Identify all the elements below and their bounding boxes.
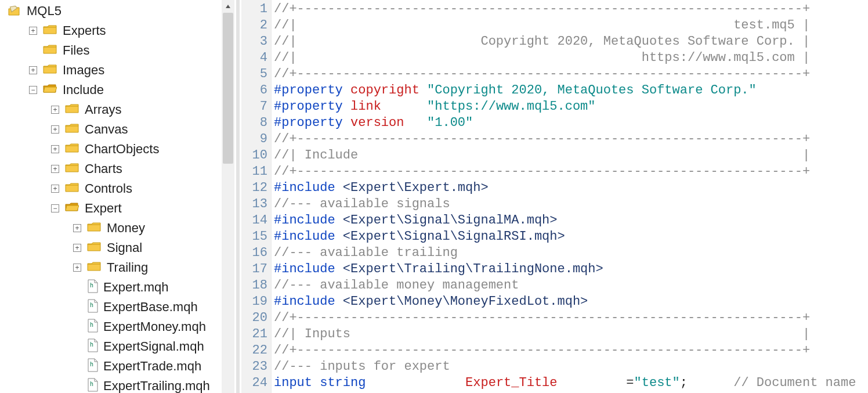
code-line[interactable]: //--- available trailing xyxy=(274,245,863,261)
file-icon: h xyxy=(87,279,103,296)
code-editor[interactable]: 123456789101112131415161718192021222324 … xyxy=(241,0,868,393)
navigator-scrollbar[interactable] xyxy=(222,0,234,393)
tree-toggle-icon[interactable]: + xyxy=(51,185,59,193)
tree-toggle-icon[interactable]: + xyxy=(73,244,81,252)
folder-icon xyxy=(43,64,63,77)
tree-root-node[interactable]: MQL5 xyxy=(7,1,222,21)
code-token xyxy=(335,294,343,309)
code-token: "test" xyxy=(634,376,680,390)
code-line[interactable]: //| Copyright 2020, MetaQuotes Software … xyxy=(274,34,863,50)
tree-toggle-icon[interactable]: + xyxy=(51,165,59,173)
gutter-line-number: 23 xyxy=(241,359,267,375)
tree-folder-item[interactable]: + Images xyxy=(7,60,222,80)
svg-text:h: h xyxy=(90,302,93,308)
tree-toggle-icon[interactable]: + xyxy=(29,27,37,35)
code-line[interactable]: //--- inputs for expert xyxy=(274,359,863,375)
code-line[interactable]: //+-------------------------------------… xyxy=(274,342,863,359)
tree-item-label: Charts xyxy=(85,161,122,176)
code-line[interactable]: input string Expert_Title ="test"; // Do… xyxy=(274,375,863,391)
folder-icon xyxy=(43,44,63,57)
code-line[interactable]: #include <Expert\Trailing\TrailingNone.m… xyxy=(274,261,863,277)
tree-file-item[interactable]: h ExpertTrailing.mqh xyxy=(7,376,222,393)
code-token xyxy=(312,376,320,390)
code-token: //| Copyright 2020, MetaQuotes Software … xyxy=(274,34,810,49)
tree-item-label: Images xyxy=(63,63,104,78)
tree-toggle-icon[interactable]: + xyxy=(51,125,59,134)
tree-file-item[interactable]: h ExpertMoney.mqh xyxy=(7,317,222,337)
editor-code-area[interactable]: //+-------------------------------------… xyxy=(272,0,868,393)
tree-folder-item[interactable]: Files xyxy=(7,41,222,60)
tree-toggle-icon[interactable]: − xyxy=(29,86,37,94)
tree-toggle-icon[interactable]: + xyxy=(29,66,37,74)
tree-toggle-icon[interactable]: + xyxy=(51,145,59,153)
tree-item-label: Signal xyxy=(107,240,142,255)
tree-folder-item[interactable]: + Signal xyxy=(7,238,222,258)
tree-item-label: MQL5 xyxy=(27,3,62,19)
code-line[interactable]: #include <Expert\Signal\SignalRSI.mqh> xyxy=(274,229,863,245)
scrollbar-thumb[interactable] xyxy=(223,13,233,164)
tree-toggle-icon[interactable]: + xyxy=(73,264,81,272)
code-token: //--- inputs for expert xyxy=(274,359,450,374)
tree-file-item[interactable]: h ExpertSignal.mqh xyxy=(7,337,222,356)
gutter-line-number: 6 xyxy=(241,82,267,99)
code-token: //| Inputs | xyxy=(274,327,810,341)
tree-file-item[interactable]: h ExpertTrade.mqh xyxy=(7,356,222,376)
scrollbar-up-icon[interactable] xyxy=(222,0,234,13)
code-line[interactable]: //| Inputs | xyxy=(274,326,863,342)
tree-toggle-icon[interactable]: + xyxy=(51,106,59,114)
navigator-tree[interactable]: MQL5+ Experts Files+ Images− Include+ Ar… xyxy=(2,0,222,393)
tree-folder-item[interactable]: + Arrays xyxy=(7,100,222,120)
code-token xyxy=(335,213,343,228)
code-token xyxy=(343,116,350,130)
code-token: #include xyxy=(274,229,335,244)
tree-folder-item[interactable]: + Experts xyxy=(7,21,222,41)
code-line[interactable]: //| test.mq5 | xyxy=(274,17,863,34)
code-line[interactable]: //+-------------------------------------… xyxy=(274,310,863,326)
gutter-line-number: 12 xyxy=(241,180,267,196)
tree-folder-item[interactable]: − Include xyxy=(7,80,222,100)
code-token: "Copyright 2020, MetaQuotes Software Cor… xyxy=(427,83,757,98)
gutter-line-number: 18 xyxy=(241,277,267,294)
gutter-line-number: 5 xyxy=(241,66,267,82)
tree-toggle-icon[interactable]: + xyxy=(73,224,81,232)
splitter[interactable] xyxy=(234,0,241,393)
code-line[interactable]: //| https://www.mql5.com | xyxy=(274,50,863,66)
tree-item-label: Canvas xyxy=(85,122,128,137)
tree-folder-item[interactable]: + Trailing xyxy=(7,258,222,277)
tree-folder-item[interactable]: + Controls xyxy=(7,179,222,199)
code-line[interactable]: #property link "https://www.mql5.com" xyxy=(274,99,863,115)
tree-toggle-icon[interactable]: − xyxy=(51,204,59,212)
tree-folder-item[interactable]: + ChartObjects xyxy=(7,139,222,159)
code-line[interactable]: #property copyright "Copyright 2020, Met… xyxy=(274,82,863,99)
tree-file-item[interactable]: h ExpertBase.mqh xyxy=(7,297,222,317)
folder-icon xyxy=(65,143,85,156)
code-token xyxy=(366,376,465,390)
code-token: //| test.mq5 | xyxy=(274,18,810,33)
tree-item-label: Files xyxy=(63,43,89,58)
folder-icon xyxy=(65,182,85,196)
code-line[interactable]: #include <Expert\Expert.mqh> xyxy=(274,180,863,196)
gutter-line-number: 21 xyxy=(241,326,267,342)
code-line[interactable]: //+-------------------------------------… xyxy=(274,66,863,82)
tree-item-label: ExpertMoney.mqh xyxy=(103,319,206,334)
code-line[interactable]: //+-------------------------------------… xyxy=(274,164,863,180)
code-line[interactable]: //+-------------------------------------… xyxy=(274,131,863,147)
code-token: ; xyxy=(680,376,733,390)
tree-item-label: Trailing xyxy=(107,260,148,275)
code-line[interactable]: #property version "1.00" xyxy=(274,115,863,131)
code-token: "https://www.mql5.com" xyxy=(427,99,595,114)
code-line[interactable]: //+-------------------------------------… xyxy=(274,1,863,17)
code-line[interactable]: #include <Expert\Money\MoneyFixedLot.mqh… xyxy=(274,294,863,310)
code-token: //+-------------------------------------… xyxy=(274,164,810,179)
tree-folder-item[interactable]: + Money xyxy=(7,218,222,238)
code-line[interactable]: #include <Expert\Signal\SignalMA.mqh> xyxy=(274,212,863,229)
tree-folder-item[interactable]: + Charts xyxy=(7,159,222,179)
tree-folder-item[interactable]: + Canvas xyxy=(7,120,222,139)
code-line[interactable]: //--- available signals xyxy=(274,196,863,212)
tree-file-item[interactable]: h Expert.mqh xyxy=(7,277,222,297)
code-line[interactable]: //| Include | xyxy=(274,147,863,164)
file-icon: h xyxy=(87,378,103,394)
code-line[interactable]: //--- available money management xyxy=(274,277,863,294)
tree-item-label: ExpertTrade.mqh xyxy=(103,359,201,374)
tree-folder-item[interactable]: − Expert xyxy=(7,199,222,218)
